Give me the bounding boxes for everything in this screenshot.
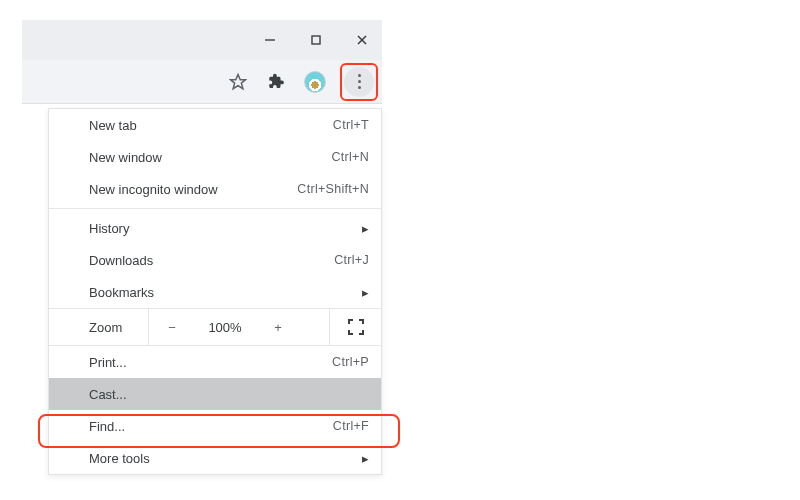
window-titlebar [22,20,382,60]
menu-item-label: New tab [89,118,333,133]
zoom-label: Zoom [49,309,149,345]
menu-item-new-window[interactable]: New window Ctrl+N [49,141,381,173]
menu-item-cast[interactable]: Cast... [49,378,381,410]
menu-separator [49,208,381,209]
menu-item-shortcut: Ctrl+N [331,150,369,164]
menu-item-zoom: Zoom − 100% + [49,308,381,346]
chrome-main-menu: New tab Ctrl+T New window Ctrl+N New inc… [48,108,382,475]
close-icon[interactable] [352,30,372,50]
profile-avatar[interactable] [304,71,326,93]
menu-item-history[interactable]: History ▸ [49,212,381,244]
extensions-icon[interactable] [266,72,286,92]
chevron-right-icon: ▸ [362,221,369,236]
menu-item-more-tools[interactable]: More tools ▸ [49,442,381,474]
menu-item-find[interactable]: Find... Ctrl+F [49,410,381,442]
menu-item-label: Bookmarks [89,285,362,300]
menu-item-label: Find... [89,419,333,434]
fullscreen-icon [348,319,364,335]
menu-item-label: History [89,221,362,236]
menu-item-label: New window [89,150,331,165]
zoom-out-button[interactable]: − [149,320,195,335]
zoom-in-button[interactable]: + [255,320,301,335]
bookmark-star-icon[interactable] [228,72,248,92]
menu-item-new-incognito[interactable]: New incognito window Ctrl+Shift+N [49,173,381,205]
maximize-icon[interactable] [306,30,326,50]
more-menu-button[interactable] [344,67,374,97]
menu-item-label: Cast... [89,387,369,402]
menu-item-label: More tools [89,451,362,466]
svg-marker-4 [231,74,246,88]
menu-item-shortcut: Ctrl+P [332,355,369,369]
menu-item-print[interactable]: Print... Ctrl+P [49,346,381,378]
chevron-right-icon: ▸ [362,285,369,300]
menu-item-shortcut: Ctrl+J [334,253,369,267]
menu-item-bookmarks[interactable]: Bookmarks ▸ [49,276,381,308]
menu-item-downloads[interactable]: Downloads Ctrl+J [49,244,381,276]
menu-item-shortcut: Ctrl+T [333,118,369,132]
menu-item-shortcut: Ctrl+Shift+N [297,182,369,196]
minimize-icon[interactable] [260,30,280,50]
svg-rect-1 [312,36,320,44]
browser-toolbar [22,60,382,104]
menu-item-label: Downloads [89,253,334,268]
menu-item-shortcut: Ctrl+F [333,419,369,433]
menu-item-new-tab[interactable]: New tab Ctrl+T [49,109,381,141]
menu-item-label: New incognito window [89,182,297,197]
menu-item-label: Print... [89,355,332,370]
fullscreen-button[interactable] [329,309,381,345]
zoom-value: 100% [195,320,255,335]
chevron-right-icon: ▸ [362,451,369,466]
kebab-icon [358,73,361,91]
